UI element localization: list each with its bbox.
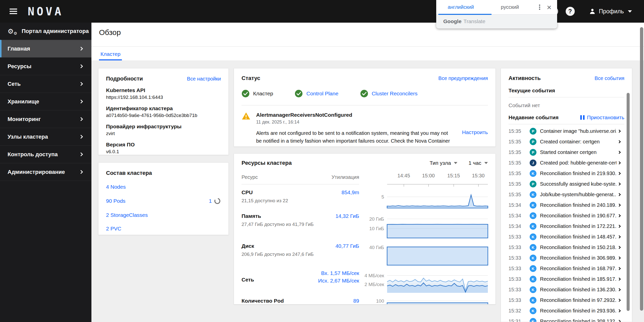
detail-field: Kubernetes APIhttps://192.168.104.1:6443 [106,87,221,100]
field-value: v6.0.1 [106,149,221,154]
event-row[interactable]: 15:33KReconciliation finished in 136.230… [509,284,624,295]
chevron-down-icon [484,162,488,164]
resource-kind-badge: J [530,159,536,166]
event-row[interactable]: 15:33KReconciliation finished in 148.457… [509,231,624,242]
recent-events-header: Недавние события [509,114,559,120]
event-row[interactable]: 15:34KReconciliation finished in 190.677… [509,210,624,221]
resource-kind-badge: K [530,255,536,261]
time-range-filter[interactable]: 1 час [468,160,488,166]
event-text: Created container: certgen [540,139,617,145]
inventory-list: 4 Nodes90 Pods12 StorageClasses2 PVC [106,184,221,232]
inventory-link[interactable]: 2 PVC [106,226,121,232]
all-events-link[interactable]: Все события [595,75,624,81]
resource-row: СетьВх. 1,57 МБ/секИсх. 2,67 МБ/сек4 МБ/… [242,265,488,293]
event-row[interactable]: 15:31KReconciliation finished in 308.132… [509,316,624,322]
profile-menu[interactable]: Профиль [589,8,632,15]
sidebar-item[interactable]: Узлы кластера [0,128,91,145]
sidebar-item[interactable]: Администрирование [0,163,91,181]
event-row[interactable]: 15:33KReconciliation finished in 150.218… [509,242,624,253]
event-row[interactable]: 15:34KReconciliation finished in 172.221… [509,221,624,231]
details-fields: Kubernetes APIhttps://192.168.104.1:6443… [106,87,221,154]
main-content: Обзор Кластер Подробности Все настройки … [91,23,644,322]
utilization-value[interactable]: Вх. 1,57 МБ/секИсх. 2,67 МБ/сек [318,270,359,285]
resource-kind-badge: K [530,223,536,230]
sidebar-item[interactable]: Ресурсы [0,57,91,75]
node-type-filter[interactable]: Тип узла [430,160,458,166]
event-row[interactable]: 15:35PCreated container: certgen [509,136,624,147]
event-row[interactable]: 15:33KReconciliation finished in 306.989… [509,253,624,263]
chevron-right-icon [618,130,621,133]
utilization-value[interactable]: 854,9m [342,189,359,197]
chevron-right-icon [79,152,83,156]
utilization-value-line: Исх. 2,67 МБ/сек [318,278,359,284]
resource-row: Количество Pod8910050 [242,293,488,304]
utilization-value[interactable]: 14,32 ГиБ [335,213,359,221]
spinner-icon [214,197,221,205]
events-list: 15:35PContainer image "hub.universe.ori.… [509,126,624,322]
sidebar-item-label: Хранилище [8,98,39,105]
cpu-sparkline-chart: 5 [387,193,488,208]
chevron-right-icon [79,47,83,51]
activity-scrollbar-thumb[interactable] [627,93,630,311]
sidebar-item[interactable]: Главная [0,40,91,57]
field-label: Провайдер инфраструктуры [106,124,221,130]
event-row[interactable]: 15:35PStarted container certgen [509,147,624,157]
status-item[interactable]: Cluster Reconcilers [360,90,418,98]
utilization-value-line: 89 [353,298,359,304]
help-button[interactable]: ? [566,7,575,16]
inventory-link[interactable]: 2 StorageClasses [106,212,148,218]
event-row[interactable]: 15:32KReconciliation finished in 293.936… [509,305,624,316]
close-icon[interactable]: × [547,3,552,11]
inventory-link[interactable]: 4 Nodes [106,184,126,190]
event-text: Reconciliation finished in 148.457... [540,234,617,240]
sidebar-item[interactable]: Сеть [0,75,91,93]
portal-title: Портал администратора [22,28,89,34]
all-alerts-link[interactable]: Все предупреждения [438,75,488,81]
event-row[interactable]: 15:33KReconciliation finished in 185.917… [509,274,624,284]
configure-link[interactable]: Настроить [452,129,488,147]
event-row[interactable]: 15:34KReconciliation finished in 240.189… [509,200,624,210]
tab-russian[interactable]: русский [485,4,534,10]
chevron-right-icon [79,82,83,86]
event-row[interactable]: 15:33KReconciliation finished in 97.2932… [509,295,624,305]
status-item[interactable]: Control Plane [295,90,338,98]
tab-cluster[interactable]: Кластер [99,49,122,60]
resource-availability: 21,15 доступно из 22 [242,198,288,204]
chevron-right-icon [618,256,621,260]
kebab-menu-icon[interactable] [538,3,541,12]
inventory-link[interactable]: 90 Pods [106,198,125,204]
sidebar-item[interactable]: Хранилище [0,93,91,110]
pause-events-button[interactable]: Приостановить [580,114,624,120]
event-row[interactable]: 15:35KJob/kube-system/hubble-generat... [509,189,624,200]
sidebar-item[interactable]: Мониторинг [0,110,91,128]
chevron-right-icon [618,235,621,238]
event-row[interactable]: 15:35KReconciliation finished in 219.930… [509,168,624,179]
status-item[interactable]: Кластер [242,90,273,98]
field-value: https://192.168.104.1:6443 [106,95,221,100]
all-settings-link[interactable]: Все настройки [187,76,221,82]
utilization-value[interactable]: 89 [353,298,359,304]
success-check-icon [242,90,250,98]
utilization-value[interactable]: 40,77 ГиБ [335,243,359,251]
event-text: Container image "hub.universe.ori... [540,128,617,134]
event-text: Reconciliation finished in 172.221... [540,223,617,229]
field-label: Kubernetes API [106,87,221,93]
resource-availability: 206,9 ГиБ доступно из 247,6 ГиБ [242,252,314,257]
sidebar-item[interactable]: Контроль доступа [0,145,91,163]
sidebar-item-label: Мониторинг [8,116,41,123]
portal-header[interactable]: ⚙⚙ Портал администратора [0,23,91,40]
event-row[interactable]: 15:35JCreated pod: hubble-generate-cert.… [509,157,624,168]
tab-english[interactable]: английский [436,4,485,10]
page-scrollbar[interactable] [640,27,643,311]
inventory-row: 4 Nodes [106,184,221,190]
resource-kind-badge: K [530,170,536,177]
event-row[interactable]: 15:35PSuccessfully assigned kube-syste..… [509,179,624,189]
menu-icon[interactable] [10,7,17,15]
person-icon [589,8,596,15]
event-row[interactable]: 15:33KReconciliation finished in 168.797… [509,263,624,274]
active-tab-underline [438,14,492,15]
chevron-right-icon [618,193,621,196]
resource-kind-badge: P [530,138,536,145]
inventory-title: Состав кластера [106,170,152,176]
event-row[interactable]: 15:35PContainer image "hub.universe.ori.… [509,126,624,136]
